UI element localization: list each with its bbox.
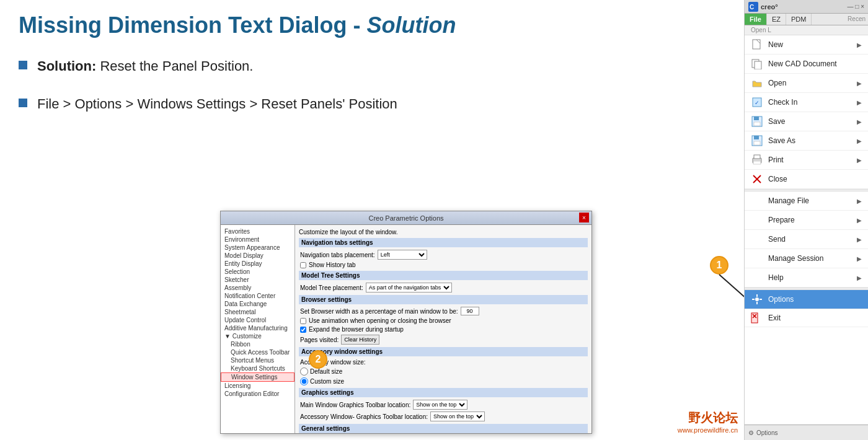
sidebar-environment[interactable]: Environment [221, 235, 294, 244]
help-label: Help [768, 273, 784, 282]
expand-check[interactable] [300, 327, 306, 333]
menu-item-send[interactable]: Send ▶ [745, 230, 868, 249]
title-controls: — □ × [848, 3, 864, 10]
menu-item-print[interactable]: Print ▶ [745, 151, 868, 170]
sidebar-licensing[interactable]: Licensing [221, 382, 294, 390]
watermark-chinese: 野火论坛 [678, 410, 738, 426]
dialog-close-button[interactable]: × [579, 213, 589, 222]
sidebar-window-settings[interactable]: Window Settings [221, 372, 294, 382]
svg-rect-24 [756, 302, 758, 304]
sidebar-shortcut-menus[interactable]: Shortcut Menus [221, 356, 294, 364]
sidebar-assembly[interactable]: Assembly [221, 284, 294, 292]
menu-item-open[interactable]: Open ▶ [745, 74, 868, 93]
send-arrow: ▶ [857, 236, 862, 243]
dialog-titlebar: Creo Parametric Options × [221, 211, 591, 225]
sidebar-system-appearance[interactable]: System Appearance [221, 244, 294, 252]
custom-size-radio[interactable] [300, 377, 308, 385]
badge-2-label: 2 [316, 354, 321, 365]
new-arrow: ▶ [857, 42, 862, 48]
section-general: General settings [299, 424, 588, 433]
accessory-toolbar-label: Accessory Window- Graphics Toolbar locat… [300, 413, 428, 420]
manage-session-arrow: ▶ [857, 255, 862, 262]
menu-item-new[interactable]: New ▶ [745, 35, 868, 55]
open-label-text: Open L [751, 27, 771, 33]
main-toolbar-row: Main Window Graphics Toolbar location: S… [299, 400, 588, 410]
default-size-radio[interactable] [300, 367, 308, 376]
animation-check[interactable] [300, 318, 306, 324]
print-arrow: ▶ [857, 157, 862, 164]
menu-item-exit[interactable]: Exit [745, 309, 868, 327]
sidebar-notification-center[interactable]: Notification Center [221, 292, 294, 300]
main-toolbar-label: Main Window Graphics Toolbar location: [300, 402, 410, 408]
tab-ez[interactable]: EZ [767, 14, 786, 25]
footer-options-icon: ⚙ [748, 429, 754, 436]
menu-item-help[interactable]: Help ▶ [745, 268, 868, 288]
default-size-row: Default size [299, 367, 588, 376]
svg-rect-26 [760, 299, 762, 300]
menu-item-save[interactable]: Save ▶ [745, 112, 868, 131]
manage-file-arrow: ▶ [857, 198, 862, 205]
prepare-label: Prepare [768, 216, 795, 224]
open-label: Open [768, 79, 786, 87]
bullet-text-1: Solution: Reset the Panel Position. [37, 57, 253, 76]
sidebar-additive-manufacturing[interactable]: Additive Manufacturing [221, 324, 294, 332]
save-icon [751, 115, 763, 128]
footer-options-label: Options [756, 429, 777, 436]
menu-item-checkin[interactable]: ✓ Check In ▶ [745, 93, 868, 112]
accessory-toolbar-select[interactable]: Show on the top [430, 411, 485, 421]
clear-history-button[interactable]: Clear History [341, 335, 379, 345]
bullet-content-1: Reset the Panel Position. [96, 58, 253, 74]
section-accessory: Accessory window settings [299, 347, 588, 356]
exit-icon [751, 312, 763, 324]
sidebar-selection[interactable]: Selection [221, 268, 294, 276]
open-icon [751, 77, 763, 89]
sidebar-model-display[interactable]: Model Display [221, 252, 294, 260]
menu-item-save-as[interactable]: Save As ▶ [745, 131, 868, 151]
show-history-check[interactable] [300, 262, 306, 268]
show-history-label: Show History tab [309, 262, 356, 268]
nav-placement-select[interactable]: Left [378, 250, 427, 260]
sidebar-sheetmetal[interactable]: Sheetmetal [221, 308, 294, 316]
sidebar-favorites[interactable]: Favorites [221, 227, 294, 235]
main-content: Missing Dimension Text Dialog - Solution… [0, 0, 744, 440]
sidebar-ribbon[interactable]: Ribbon [221, 340, 294, 348]
send-label: Send [768, 235, 786, 244]
sidebar-customize[interactable]: ▼ Customize [221, 332, 294, 340]
options-icon [751, 293, 763, 306]
sidebar-data-exchange[interactable]: Data Exchange [221, 300, 294, 308]
menu-item-options[interactable]: Options [745, 290, 868, 309]
menu-item-manage-file[interactable]: Manage File ▶ [745, 191, 868, 211]
browser-width-input[interactable] [461, 307, 479, 315]
title-italic: Solution [366, 12, 456, 38]
sidebar-keyboard-shortcuts[interactable]: Keyboard Shortcuts [221, 364, 294, 372]
svg-text:C: C [750, 4, 754, 11]
tab-file[interactable]: File [745, 14, 767, 25]
new-cad-icon [751, 58, 763, 70]
page-title: Missing Dimension Text Dialog - Solution [19, 12, 725, 38]
creo-footer: ⚙ Options [745, 425, 868, 440]
tab-pdm[interactable]: PDM [786, 14, 812, 25]
sidebar-configuration-editor[interactable]: Configuration Editor [221, 390, 294, 398]
svg-rect-27 [751, 313, 758, 323]
menu-item-prepare[interactable]: Prepare ▶ [745, 211, 868, 230]
save-as-arrow: ▶ [857, 138, 862, 144]
close-label: Close [768, 175, 787, 183]
checkin-icon: ✓ [751, 96, 763, 108]
model-tree-select[interactable]: As part of the navigation tabs [366, 283, 452, 293]
save-arrow: ▶ [857, 118, 862, 125]
menu-item-new-cad[interactable]: New CAD Document [745, 55, 868, 74]
section-graphics: Graphics settings [299, 388, 588, 397]
sidebar-entity-display[interactable]: Entity Display [221, 260, 294, 268]
main-toolbar-select[interactable]: Show on the top [413, 400, 467, 410]
bullet-2: File > Options > Windows Settings > Rese… [19, 95, 725, 114]
menu-item-manage-session[interactable]: Manage Session ▶ [745, 249, 868, 268]
svg-rect-15 [754, 141, 760, 145]
sidebar-quick-access[interactable]: Quick Access Toolbar [221, 348, 294, 356]
sidebar-update-control[interactable]: Update Control [221, 316, 294, 324]
prepare-icon [751, 214, 763, 226]
svg-rect-14 [754, 136, 759, 139]
dialog-title: Creo Parametric Options [368, 214, 443, 222]
sidebar-sketcher[interactable]: Sketcher [221, 276, 294, 284]
custom-size-row: Custom size [299, 377, 588, 385]
menu-item-close[interactable]: Close [745, 170, 868, 189]
